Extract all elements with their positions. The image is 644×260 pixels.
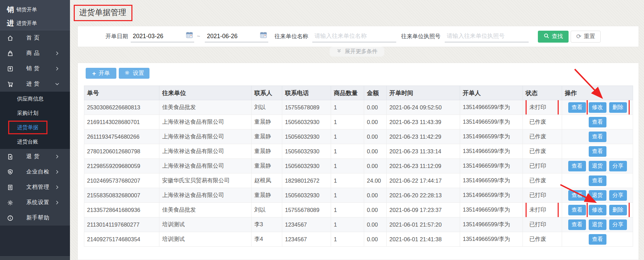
settings-button[interactable]: 设置 — [119, 68, 149, 79]
cell-amount: 0.00 — [364, 115, 387, 129]
search-button[interactable]: 查找 — [538, 31, 569, 43]
view-button[interactable]: 查看 — [568, 102, 586, 113]
column-header: 金额 — [364, 86, 387, 100]
sidebar-item-label: 退 货 — [26, 153, 40, 160]
reset-button[interactable]: ⟳ 重置 — [571, 31, 601, 43]
cell-status: 已作废 — [523, 144, 562, 159]
cell-status: 已作废 — [523, 115, 562, 129]
sidebar-item-label: 商 品 — [26, 50, 40, 57]
cell-qty: 1 — [331, 115, 364, 129]
view-button[interactable]: 查看 — [568, 190, 586, 201]
share-button[interactable]: 分享 — [609, 161, 627, 171]
cell-amount: 0.00 — [364, 159, 387, 173]
unit-name-input[interactable] — [312, 31, 391, 42]
view-button[interactable]: 查看 — [568, 219, 586, 230]
cell-amount: 0.00 — [364, 129, 387, 144]
share-button[interactable]: 分享 — [609, 190, 627, 201]
sidebar-item-self-check[interactable]: 企业自检 — [0, 164, 70, 180]
cell-time: 2021-06-23 11:43:39 — [387, 115, 460, 129]
delete-button[interactable]: 删除 — [609, 205, 627, 215]
view-button[interactable]: 查看 — [589, 146, 606, 157]
status-text: 已打印 — [529, 163, 546, 169]
return-button[interactable]: 退货 — [589, 219, 606, 230]
delete-button[interactable]: 删除 — [609, 102, 627, 113]
table-row: 21298559209680059 上海依禄达食品有限公司 童晨静 150560… — [84, 159, 633, 173]
date-from-input[interactable] — [131, 31, 182, 42]
chevron-right-icon — [55, 169, 60, 174]
column-header: 联系人 — [252, 86, 282, 100]
view-button[interactable]: 查看 — [568, 205, 586, 215]
view-button[interactable]: 查看 — [568, 161, 586, 171]
table-row: 21558350832680007 上海依禄达食品有限公司 童晨静 150560… — [84, 188, 633, 203]
return-button[interactable]: 退货 — [589, 161, 606, 171]
edit-button[interactable]: 修改 — [589, 102, 606, 113]
cell-phone: 1234567 — [282, 217, 331, 232]
sidebar-quick-item-0[interactable]: 销 销货开单 — [0, 3, 70, 16]
cell-unit: 上海依禄达食品有限公司 — [159, 144, 252, 159]
cell-contact: 童晨静 — [252, 159, 282, 173]
license-input[interactable] — [445, 31, 523, 42]
sidebar-item-settings[interactable]: 系统设置 — [0, 195, 70, 210]
cell-actions: 查看退货分享 — [562, 217, 633, 232]
cell-phone: 15056032930 — [282, 188, 331, 203]
cell-contact: 刘以 — [252, 100, 282, 115]
sidebar-item-label: 文档管理 — [26, 184, 49, 191]
cell-contact: 李4 — [252, 232, 282, 247]
expand-more-button[interactable]: 展开更多条件 — [330, 47, 384, 57]
column-header: 单号 — [84, 86, 159, 100]
chevron-right-icon — [55, 200, 60, 205]
date-to-input[interactable] — [205, 31, 256, 42]
shield-icon — [6, 169, 14, 175]
view-button[interactable]: 查看 — [589, 132, 606, 142]
home-icon — [6, 35, 14, 42]
cell-status: 未打印 — [523, 100, 562, 115]
sidebar-subitem-3[interactable]: 进货台账 — [0, 135, 70, 149]
sidebar-subitem-2[interactable]: 进货单据 — [0, 120, 70, 135]
sidebar-item-label: 企业自检 — [26, 168, 49, 175]
cell-actions: 查看 — [562, 232, 633, 247]
cell-creator: 13514966599/李为 — [460, 100, 523, 115]
cell-contact: 童晨静 — [252, 188, 282, 203]
sidebar-item-goods[interactable]: 商 品 — [0, 46, 70, 61]
sidebar-subitem-0[interactable]: 供应商信息 — [0, 92, 70, 106]
cell-order-no: 21130141197680277 — [84, 217, 159, 232]
sidebar-quick-label: 销货开单 — [16, 6, 37, 13]
calendar-icon[interactable] — [186, 32, 193, 40]
table-row: 21335728641680936 佳美食品批发 刘以 15755678089 … — [84, 203, 633, 217]
view-button[interactable]: 查看 — [589, 117, 606, 127]
bag-icon — [6, 50, 14, 57]
cell-phone: 15056032930 — [282, 144, 331, 159]
share-button[interactable]: 分享 — [609, 219, 627, 230]
create-order-button[interactable]: + 开单 — [86, 68, 116, 79]
view-button[interactable]: 查看 — [589, 175, 606, 186]
sidebar-item-home[interactable]: 首 页 — [0, 30, 70, 46]
sidebar-item-label: 首 页 — [26, 34, 40, 42]
view-button[interactable]: 查看 — [589, 234, 606, 245]
cell-time: 2021-06-23 11:33:14 — [387, 144, 460, 159]
sidebar-item-help[interactable]: 新手帮助 — [0, 210, 70, 226]
sidebar-item-label: 进 货 — [26, 80, 40, 88]
table-row: 25303086226680813 佳美食品批发 刘以 15755678089 … — [84, 100, 633, 115]
cell-creator: 13514966599/李为 — [460, 129, 523, 144]
sidebar-quick-item-1[interactable]: 进 进货开单 — [0, 16, 70, 30]
plus-icon: + — [92, 70, 96, 77]
sidebar-subitem-1[interactable]: 采购计划 — [0, 106, 70, 120]
sidebar-item-docs[interactable]: 文档管理 — [0, 180, 70, 195]
sidebar-item-purchase[interactable]: 进 货 — [0, 76, 70, 92]
sidebar-item-sales[interactable]: 销 货 — [0, 61, 70, 76]
return-button[interactable]: 退货 — [589, 190, 606, 201]
cell-actions: 查看修改删除 — [562, 100, 633, 115]
cell-order-no: 21558350832680007 — [84, 188, 159, 203]
status-text: 已打印 — [529, 192, 546, 198]
cell-order-no: 21691143028680701 — [84, 115, 159, 129]
table-row: 21691143028680701 上海依禄达食品有限公司 童晨静 150560… — [84, 115, 633, 129]
chevron-down-icon — [55, 81, 60, 87]
cell-phone: 15056032930 — [282, 115, 331, 129]
column-header: 状态 — [523, 86, 562, 100]
edit-button[interactable]: 修改 — [589, 205, 606, 215]
cell-contact: 童晨静 — [252, 129, 282, 144]
cell-time: 2021-06-23 11:42:29 — [387, 129, 460, 144]
calendar-icon[interactable] — [260, 32, 267, 40]
sidebar-item-returns[interactable]: 退 货 — [0, 149, 70, 164]
doc-icon — [6, 184, 14, 191]
